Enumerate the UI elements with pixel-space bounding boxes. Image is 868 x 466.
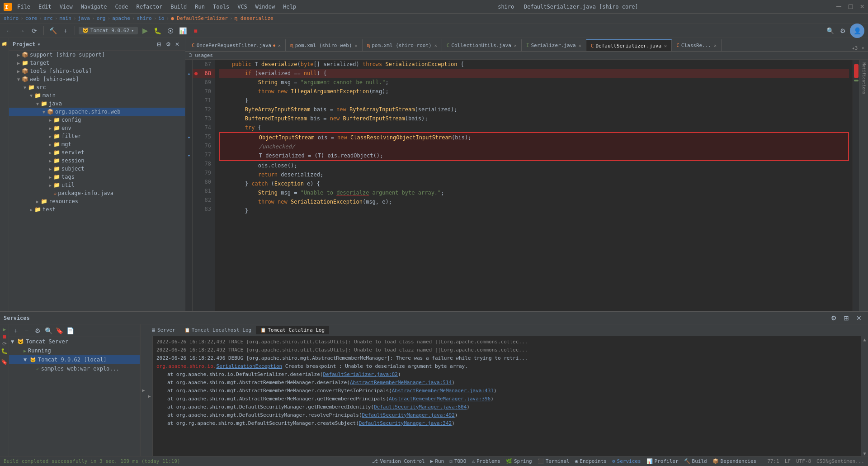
svc-settings[interactable]: ⚙ <box>33 326 42 336</box>
stop-button[interactable]: ■ <box>190 25 201 36</box>
debug-button[interactable]: 🐛 <box>152 25 163 36</box>
menu-window[interactable]: Window <box>252 2 278 11</box>
tab-pom-shiro-web[interactable]: m̧ pom.xml (shiro-web) ✕ <box>286 39 363 51</box>
stack-link-1[interactable]: DefaultSerializer.java:82 <box>323 371 398 377</box>
svc-add[interactable]: + <box>11 326 21 336</box>
status-profiler[interactable]: 📊 Profiler <box>646 458 679 464</box>
svc-item-tomcat-server[interactable]: ▼ 🐱 Tomcat Server <box>9 337 140 346</box>
log-scroll-up[interactable]: ▲ <box>863 337 866 342</box>
tab-close[interactable]: ✕ <box>434 43 437 48</box>
menu-refactor[interactable]: Refactor <box>132 2 166 11</box>
code-editor[interactable]: ⬥ ⬥ ⬥ 67 68 69 <box>185 60 868 311</box>
stack-link-5[interactable]: DefaultSecurityManager.java:604 <box>374 404 467 410</box>
code-content[interactable]: public T deserialize(byte[] serialized) … <box>215 60 853 311</box>
breadcrumb-apache[interactable]: apache <box>112 15 130 21</box>
close-button[interactable]: ✕ <box>860 2 864 11</box>
menu-tools[interactable]: Tools <box>209 2 233 11</box>
tab-overflow-btn[interactable]: ▾ <box>861 45 864 51</box>
menu-run[interactable]: Run <box>191 2 208 11</box>
run-configuration[interactable]: 🐱 Tomcat 9.0.62 ▾ <box>79 27 138 34</box>
status-todo[interactable]: ☑ TODO <box>449 458 466 464</box>
tree-item-target[interactable]: ▶ 📁 target <box>9 59 185 67</box>
breadcrumb-class[interactable]: ● DefaultSerializer <box>171 15 228 21</box>
tree-item-java[interactable]: ▼ 📁 java <box>9 100 185 108</box>
log-tab-localhost[interactable]: 📋 Tomcat Localhost Log <box>180 326 256 334</box>
tree-item-mgt[interactable]: ▶ 📁 mgt <box>9 140 185 148</box>
panel-settings[interactable]: ⚙ <box>828 313 839 323</box>
status-services[interactable]: ⚙ Services <box>612 458 641 464</box>
svc-bookmark[interactable]: 🔖 <box>54 326 64 336</box>
svc-item-running[interactable]: ▶ Running <box>9 346 140 355</box>
menu-build[interactable]: Build <box>167 2 190 11</box>
user-avatar[interactable]: 👤 <box>850 24 864 38</box>
tab-class-resolving[interactable]: C ClassRe... ✕ <box>672 39 722 51</box>
svc-new[interactable]: 📄 <box>65 326 75 336</box>
status-terminal[interactable]: ⬛ Terminal <box>538 458 570 464</box>
breadcrumb-method[interactable]: m̧ deserialize <box>235 15 274 21</box>
tree-item-web[interactable]: ▼ 📦 web [shiro-web] <box>9 75 185 83</box>
tab-close[interactable]: ✕ <box>714 43 717 48</box>
tree-item-resources[interactable]: ▶ 📁 resources <box>9 197 185 205</box>
stack-link-6[interactable]: DefaultSecurityManager.java:492 <box>362 412 454 418</box>
stack-link-2[interactable]: AbstractRememberMeManager.java:514 <box>350 380 452 385</box>
breadcrumb-org[interactable]: org <box>97 15 106 21</box>
tree-item-subject[interactable]: ▶ 📁 subject <box>9 165 185 173</box>
menu-view[interactable]: View <box>56 2 76 11</box>
tab-pom-shiro-root[interactable]: m̧ pom.xml (shiro-root) ✕ <box>363 39 442 51</box>
stack-link-4[interactable]: AbstractRememberMeManager.java:396 <box>389 396 491 402</box>
editor-scrollbar[interactable] <box>853 60 859 311</box>
bottom-run-icon[interactable]: ▶ <box>3 326 6 333</box>
status-dependencies[interactable]: 📦 Dependencies <box>712 458 756 464</box>
status-spring[interactable]: 🌿 Spring <box>506 458 532 464</box>
status-build[interactable]: 🔨 Build <box>684 458 707 464</box>
exception-link[interactable]: SerializationException <box>216 363 282 369</box>
project-close[interactable]: ✕ <box>173 40 181 48</box>
tree-item-util[interactable]: ▶ 📁 util <box>9 181 185 189</box>
tab-collection-utils[interactable]: C CollectionUtils.java ✕ <box>442 39 522 51</box>
project-dropdown-icon[interactable]: ▾ <box>38 41 41 48</box>
menu-vcs[interactable]: VCS <box>234 2 251 11</box>
status-version-control[interactable]: ⎇ Version Control <box>372 458 425 464</box>
tree-item-filter[interactable]: ▶ 📁 filter <box>9 132 185 140</box>
breadcrumb-shiro[interactable]: shiro <box>4 15 19 21</box>
status-problems[interactable]: ⚠ Problems <box>472 458 500 464</box>
bottom-stop-icon[interactable]: ■ <box>3 333 6 340</box>
tree-item-tags[interactable]: ▶ 📁 tags <box>9 173 185 181</box>
tree-item-test[interactable]: ▶ 📁 test <box>9 205 185 214</box>
minimize-button[interactable]: ─ <box>836 2 841 11</box>
tree-item-main[interactable]: ▼ 📁 main <box>9 91 185 100</box>
toolbar-add[interactable]: + <box>60 25 71 36</box>
breadcrumb-core[interactable]: core <box>25 15 38 21</box>
settings-gear[interactable]: ⚙ <box>837 25 848 36</box>
tree-item-config[interactable]: ▶ 📁 config <box>9 116 185 124</box>
svc-filter[interactable]: 🔍 <box>43 326 53 336</box>
menu-file[interactable]: File <box>14 2 34 11</box>
tab-serializer[interactable]: I Serializer.java ✕ <box>522 39 586 51</box>
menu-edit[interactable]: Edit <box>35 2 55 11</box>
svc-item-tomcat-local[interactable]: ▼ 🐱 Tomcat 9.0.62 [local] <box>9 355 140 364</box>
toolbar-navigate-forward[interactable]: → <box>16 25 27 36</box>
bottom-bookmark-icon[interactable]: 🔖 <box>1 359 8 365</box>
coverage-button[interactable]: ⦿ <box>165 25 176 36</box>
tab-default-serializer[interactable]: C DefaultSerializer.java ✕ <box>586 39 672 51</box>
toolbar-sync[interactable]: ⟳ <box>29 25 40 36</box>
panel-close[interactable]: ✕ <box>854 313 864 323</box>
tab-close-active[interactable]: ✕ <box>664 43 667 48</box>
toolbar-build[interactable]: 🔨 <box>47 25 58 36</box>
tab-once-per-request-filter[interactable]: C OncePerRequestFilter.java ● ✕ <box>187 39 286 51</box>
tree-item-org-apache-shiro-web[interactable]: ▼ 📦 org.apache.shiro.web <box>9 108 185 116</box>
tree-item-tools[interactable]: ▶ 📦 tools [shiro-tools] <box>9 67 185 75</box>
tree-item-support[interactable]: ▶ 📦 support [shiro-support] <box>9 51 185 59</box>
tree-item-servlet[interactable]: ▶ 📁 servlet <box>9 148 185 157</box>
stack-link-3[interactable]: AbstractRememberMeManager.java:431 <box>392 388 494 394</box>
project-collapse-all[interactable]: ⊟ <box>155 40 163 48</box>
panel-layout[interactable]: ⊞ <box>841 313 852 323</box>
breadcrumb-main[interactable]: main <box>59 15 71 21</box>
bottom-debug-icon[interactable]: 🐛 <box>1 348 8 354</box>
tree-item-src[interactable]: ▼ 📁 src <box>9 83 185 91</box>
notification-label[interactable]: Notifications <box>862 61 866 96</box>
menu-code[interactable]: Code <box>112 2 132 11</box>
toolbar-navigate-back[interactable]: ← <box>4 25 14 36</box>
log-scroll-down[interactable]: ▼ <box>863 451 866 456</box>
status-run[interactable]: ▶ Run <box>430 458 444 464</box>
